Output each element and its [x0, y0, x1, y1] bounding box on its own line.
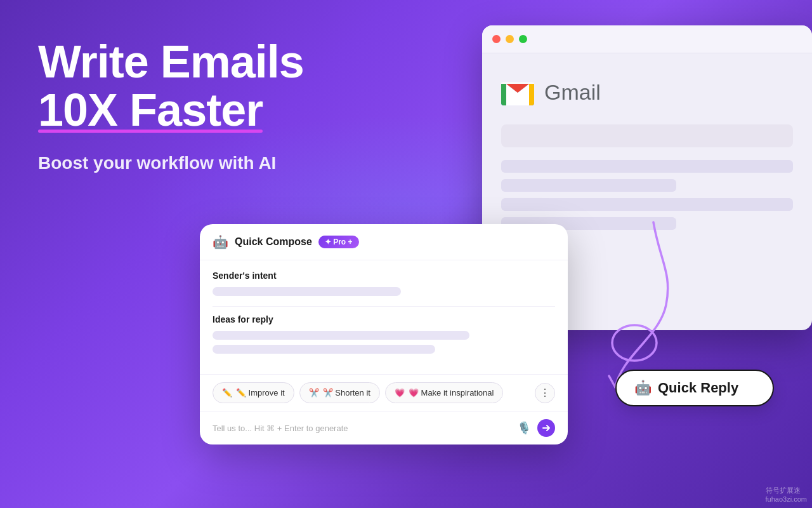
minimize-dot — [506, 35, 514, 43]
robot-icon: 🤖 — [634, 380, 652, 396]
send-button[interactable] — [537, 419, 555, 437]
compose-input-row: Tell us to... Hit ⌘ + Enter to generate … — [200, 411, 568, 444]
compose-header: 🤖 Quick Compose ✦ Pro + — [200, 224, 568, 260]
ideas-placeholder-1 — [213, 331, 469, 340]
browser-content: Gmail — [482, 53, 812, 249]
compose-body: Sender's intent Ideas for reply — [200, 260, 568, 374]
email-row-2 — [501, 179, 676, 192]
improve-label: ✏️ Improve it — [236, 388, 285, 398]
watermark: 符号扩展迷fuhao3zi.com — [766, 486, 807, 503]
email-row-3 — [501, 198, 793, 211]
email-row-1 — [501, 160, 793, 173]
shorten-button[interactable]: ✂️ ✂️ Shorten it — [299, 382, 380, 403]
compose-divider-1 — [213, 306, 555, 307]
compose-actions: ✏️ ✏️ Improve it ✂️ ✂️ Shorten it 💗 💗 Ma… — [200, 374, 568, 411]
email-search-bar — [501, 124, 793, 147]
subtitle: Boost your workflow with AI — [38, 153, 419, 173]
headline-line1: Write Emails — [38, 36, 304, 87]
pro-badge[interactable]: ✦ Pro + — [318, 236, 359, 248]
compose-input-placeholder[interactable]: Tell us to... Hit ⌘ + Enter to generate — [213, 424, 511, 433]
gmail-label: Gmail — [544, 80, 601, 105]
ellipsis-icon: ⋮ — [540, 387, 550, 399]
sender-intent-label: Sender's intent — [213, 271, 555, 281]
send-icon — [542, 424, 551, 432]
headline-line2: 10X Faster — [38, 86, 263, 135]
quick-reply-label: Quick Reply — [658, 380, 738, 396]
maximize-dot — [519, 35, 527, 43]
shorten-icon: ✂️ — [309, 388, 319, 398]
compose-robot-icon: 🤖 — [213, 234, 228, 250]
browser-titlebar — [482, 25, 812, 53]
heart-icon: 💗 — [395, 388, 405, 398]
compose-title: Quick Compose — [235, 236, 312, 248]
improve-button[interactable]: ✏️ ✏️ Improve it — [213, 382, 294, 403]
sender-intent-section: Sender's intent — [213, 271, 555, 296]
sender-intent-placeholder — [213, 287, 401, 296]
ideas-reply-section: Ideas for reply — [213, 314, 555, 354]
close-dot — [492, 35, 501, 43]
ideas-placeholder-2 — [213, 345, 435, 354]
email-rows — [501, 160, 793, 230]
gmail-header: Gmail — [501, 72, 793, 112]
left-section: Write Emails 10X Faster Boost your workf… — [38, 38, 419, 173]
ideas-reply-label: Ideas for reply — [213, 314, 555, 324]
gmail-logo — [501, 79, 534, 105]
improve-icon: ✏️ — [222, 388, 232, 398]
headline: Write Emails 10X Faster — [38, 38, 419, 134]
compose-panel: 🤖 Quick Compose ✦ Pro + Sender's intent … — [200, 224, 568, 444]
quick-reply-button[interactable]: 🤖 Quick Reply — [615, 370, 774, 406]
inspirational-label: 💗 Make it inspirational — [409, 388, 494, 398]
shorten-label: ✂️ Shorten it — [323, 388, 370, 398]
more-options-button[interactable]: ⋮ — [535, 383, 555, 403]
microphone-icon[interactable]: 🎙️ — [517, 421, 531, 435]
inspirational-button[interactable]: 💗 💗 Make it inspirational — [385, 382, 504, 403]
